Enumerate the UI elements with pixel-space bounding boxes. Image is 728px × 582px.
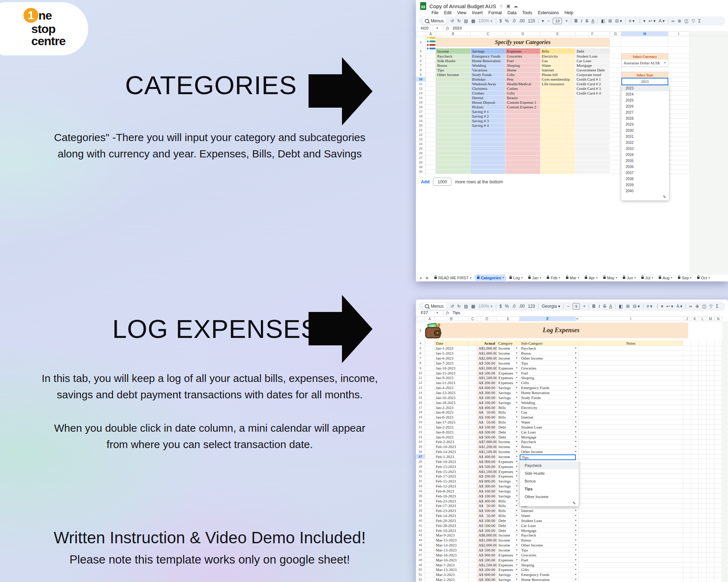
- cell-notes[interactable]: [579, 430, 683, 435]
- grid-cell[interactable]: [575, 96, 610, 100]
- grid-cell[interactable]: [425, 469, 434, 474]
- grid-cell[interactable]: [707, 543, 714, 548]
- grid-cell[interactable]: [425, 494, 434, 499]
- year-option[interactable]: 2032: [621, 140, 669, 146]
- cell-sub-category[interactable]: Water▼: [520, 513, 579, 518]
- grid-cell[interactable]: [469, 543, 477, 548]
- column-header-D[interactable]: D: [505, 31, 540, 36]
- cell-date[interactable]: Mar-1-2023: [434, 577, 469, 582]
- grid-cell[interactable]: [471, 128, 505, 133]
- cell-date[interactable]: Jan-18-2023: [434, 400, 469, 405]
- cell-category[interactable]: Expenses▼: [497, 553, 520, 557]
- cell-notes[interactable]: [579, 449, 683, 454]
- paint-format-icon[interactable]: ▦: [471, 18, 475, 23]
- grid-cell[interactable]: [699, 430, 707, 435]
- grid-cell[interactable]: Weekend Away: [471, 82, 505, 86]
- row-header-2[interactable]: 2: [416, 38, 426, 47]
- grid-cell[interactable]: [425, 386, 434, 390]
- grid-cell[interactable]: Internet: [540, 68, 575, 72]
- row-header-46[interactable]: 46: [416, 548, 425, 553]
- grid-cell[interactable]: Wedding: [471, 63, 505, 68]
- grid-cell[interactable]: [469, 415, 477, 420]
- grid-cell[interactable]: Gifts: [505, 72, 540, 77]
- grid-cell[interactable]: [426, 68, 436, 72]
- grid-cell[interactable]: [469, 366, 477, 371]
- grid-cell[interactable]: [699, 464, 707, 469]
- grid-cell[interactable]: [683, 351, 691, 356]
- grid-cell[interactable]: [691, 543, 699, 548]
- grid-cell[interactable]: [575, 169, 610, 174]
- grid-cell[interactable]: [425, 376, 434, 381]
- grid-cell[interactable]: [469, 479, 477, 484]
- grid-cell[interactable]: Saving # 1: [471, 109, 505, 114]
- grid-cell[interactable]: [683, 405, 691, 410]
- grid-cell[interactable]: [471, 151, 505, 156]
- grid-cell[interactable]: [683, 489, 691, 494]
- cell-category[interactable]: Debt▼: [497, 430, 520, 435]
- column-header-A[interactable]: A: [425, 316, 434, 321]
- grid-cell[interactable]: [425, 499, 434, 503]
- grid-cell[interactable]: [707, 386, 714, 390]
- grid-cell[interactable]: Custom Expense 1: [505, 100, 540, 105]
- grid-cell[interactable]: Vacations: [471, 68, 505, 72]
- grid-cell[interactable]: [683, 430, 691, 435]
- grid-cell[interactable]: [469, 440, 477, 444]
- grid-cell[interactable]: Government Debt: [575, 68, 610, 72]
- row-header-47[interactable]: 47: [416, 553, 425, 557]
- cell-sub-category[interactable]: Home Renovation▼: [520, 577, 579, 582]
- grid-cell[interactable]: [683, 577, 691, 582]
- cell-amount[interactable]: A$8,000.00: [477, 533, 497, 538]
- cell-category[interactable]: Savings▼: [497, 400, 520, 405]
- cell-category[interactable]: Income▼: [497, 533, 520, 538]
- grid-cell[interactable]: [469, 449, 477, 454]
- cell-amount[interactable]: A$50.00: [477, 503, 497, 508]
- grid-cell[interactable]: [426, 114, 436, 119]
- grid-cell[interactable]: [575, 165, 610, 169]
- cell-notes[interactable]: [579, 533, 683, 538]
- grid-cell[interactable]: [668, 86, 690, 91]
- cell-date[interactable]: Mar-7-2023: [434, 562, 469, 567]
- grid-cell[interactable]: [621, 38, 668, 47]
- cell-category[interactable]: Expenses▼: [497, 366, 520, 371]
- cell-amount[interactable]: A$600.00: [477, 386, 497, 390]
- row-header-25[interactable]: 25: [416, 444, 425, 449]
- increase-decimals-icon[interactable]: .00: [519, 304, 525, 309]
- cell-amount[interactable]: A$400.00: [477, 499, 497, 503]
- italic-icon[interactable]: I: [599, 304, 600, 309]
- menu-item-edit[interactable]: Edit: [444, 10, 451, 15]
- grid-cell[interactable]: [426, 133, 436, 137]
- document-title[interactable]: Copy of Annual Budget AUS: [429, 3, 496, 9]
- row-header-19[interactable]: 19: [416, 119, 426, 123]
- add-rows-button[interactable]: Add: [421, 179, 429, 184]
- grid-cell[interactable]: [707, 361, 714, 366]
- cell-sub-category[interactable]: Study Funds▼: [520, 395, 579, 400]
- row-header-8[interactable]: 8: [416, 361, 425, 366]
- grid-cell[interactable]: [707, 538, 714, 543]
- row-header-19[interactable]: 19: [416, 415, 425, 420]
- grid-cell[interactable]: [699, 528, 707, 533]
- cell-notes[interactable]: [579, 518, 683, 523]
- cell-notes[interactable]: [579, 538, 683, 543]
- grid-cell[interactable]: [610, 156, 621, 160]
- grid-cell[interactable]: [707, 425, 714, 430]
- grid-cell[interactable]: [610, 119, 621, 123]
- currency-format-icon[interactable]: $: [499, 18, 502, 23]
- grid-cell[interactable]: [683, 386, 691, 390]
- cell-sub-category[interactable]: Paycheck▼: [520, 346, 579, 351]
- grid-cell[interactable]: Gym membership: [540, 77, 575, 82]
- year-option[interactable]: 2040: [621, 188, 669, 194]
- cell-date[interactable]: Feb-13-2023: [434, 464, 469, 469]
- row-header-52[interactable]: 52: [416, 577, 425, 582]
- grid-cell[interactable]: [683, 508, 691, 513]
- cell-amount[interactable]: A$100.00: [477, 494, 497, 499]
- row-header-14[interactable]: 14: [416, 96, 426, 100]
- cell-amount[interactable]: A$500.00: [477, 548, 497, 553]
- grid-cell[interactable]: [691, 513, 699, 518]
- text-wrap-icon[interactable]: ↩ ▾: [666, 304, 673, 309]
- grid-cell[interactable]: [469, 371, 477, 376]
- sheet-tab-mar[interactable]: Mar▾: [563, 275, 582, 281]
- cell-amount[interactable]: A$1,500.00: [477, 449, 497, 454]
- cell-sub-category[interactable]: Gas▼: [520, 410, 579, 415]
- insert-chart-icon[interactable]: ◫: [684, 18, 688, 23]
- grid-cell[interactable]: [691, 400, 699, 405]
